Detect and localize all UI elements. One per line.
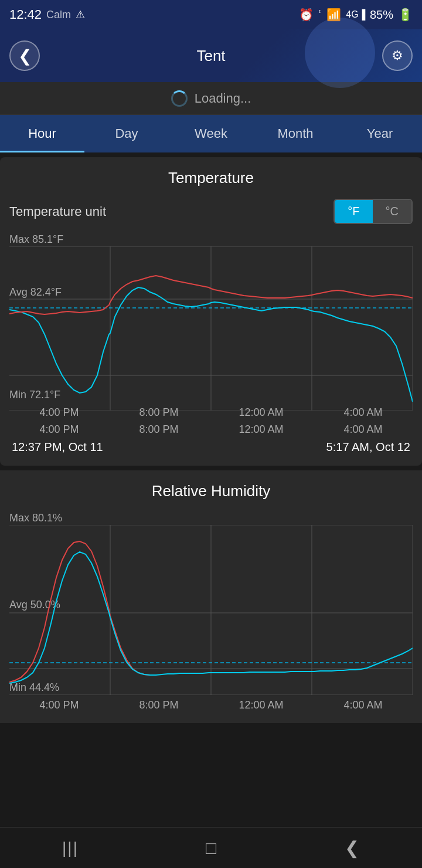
unit-toggle: °F °C (333, 199, 413, 224)
temp-time-1: 4:00 PM (39, 423, 79, 436)
tab-year[interactable]: Year (338, 115, 422, 152)
loading-spinner (171, 90, 188, 107)
temp-date-start: 12:37 PM, Oct 11 (12, 440, 103, 454)
status-time: 12:42 Calm ⚠ (9, 7, 85, 22)
alert-icon: ⚠ (76, 8, 85, 21)
hum-time-3: 12:00 AM (239, 699, 283, 711)
battery-icon: 🔋 (398, 8, 413, 22)
time-label-4: 4:00 AM (343, 406, 382, 419)
humidity-title: Relative Humidity (9, 482, 413, 500)
calm-icon: Calm (46, 9, 71, 21)
time-display: 12:42 (9, 7, 42, 22)
temp-time-row: 4:00 PM 8:00 PM 12:00 AM 4:00 AM (9, 423, 413, 436)
fahrenheit-button[interactable]: °F (335, 200, 372, 223)
settings-button[interactable]: ⚙ (382, 40, 413, 71)
celsius-button[interactable]: °C (373, 200, 411, 223)
nav-bar: ||| □ ❮ (0, 827, 422, 868)
battery-display: 85% (370, 8, 393, 22)
hum-time-4: 4:00 AM (343, 699, 382, 711)
temperature-chart-wrapper: Max 85.1°F Avg 82.4°F Min 72.1°F 4:00 PM (9, 233, 413, 421)
time-label-1: 4:00 PM (39, 406, 79, 419)
loading-text: Loading... (195, 91, 251, 106)
humidity-chart-svg (9, 525, 413, 695)
home-icon: □ (206, 838, 216, 858)
loading-bar: Loading... (0, 82, 422, 115)
home-button[interactable]: □ (188, 833, 234, 863)
temp-time-3: 12:00 AM (239, 423, 283, 436)
tab-week[interactable]: Week (169, 115, 253, 152)
tab-month[interactable]: Month (253, 115, 338, 152)
status-bar: 12:42 Calm ⚠ ⏰ ʿ︎ 📶 4G▐ 85% 🔋 (0, 0, 422, 29)
signal-bars-icon: 4G▐ (346, 9, 365, 20)
time-label-3: 12:00 AM (239, 406, 283, 419)
unit-row: Temperature unit °F °C (9, 199, 413, 224)
back-button[interactable]: ❮ (9, 40, 40, 71)
temp-time-2: 8:00 PM (139, 423, 178, 436)
temperature-date-row: 12:37 PM, Oct 11 5:17 AM, Oct 12 (9, 440, 413, 454)
temperature-time-labels: 4:00 PM 8:00 PM 12:00 AM 4:00 AM (9, 404, 413, 421)
header: ❮ Tent ⚙ (0, 29, 422, 82)
gear-icon: ⚙ (392, 48, 403, 63)
temp-max-label: Max 85.1°F (9, 233, 63, 246)
nav-back-icon: ❮ (345, 838, 359, 858)
wifi-icon: 📶 (326, 8, 341, 22)
status-icons: ⏰ ʿ︎ 📶 4G▐ 85% 🔋 (299, 8, 413, 22)
recents-icon: ||| (62, 839, 79, 857)
humidity-max-label: Max 80.1% (9, 512, 62, 524)
bluetooth-icon: ʿ︎ (318, 8, 322, 21)
time-tabs: Hour Day Week Month Year (0, 115, 422, 152)
unit-label: Temperature unit (9, 204, 106, 219)
hum-time-2: 8:00 PM (139, 699, 178, 711)
humidity-chart-wrapper: Max 80.1% Avg 50.0% Min 44.4% 4:00 PM 8:… (9, 512, 413, 711)
temperature-section: Temperature Temperature unit °F °C Max 8… (0, 157, 422, 466)
temp-time-4: 4:00 AM (343, 423, 382, 436)
time-label-2: 8:00 PM (139, 406, 178, 419)
alarm-icon: ⏰ (299, 8, 314, 22)
tab-hour[interactable]: Hour (0, 115, 84, 152)
temp-date-end: 5:17 AM, Oct 12 (326, 440, 410, 454)
nav-back-button[interactable]: ❮ (328, 833, 375, 863)
humidity-time-labels: 4:00 PM 8:00 PM 12:00 AM 4:00 AM (9, 699, 413, 711)
page-title: Tent (40, 47, 382, 65)
recents-button[interactable]: ||| (47, 833, 94, 863)
hum-time-1: 4:00 PM (39, 699, 79, 711)
back-icon: ❮ (18, 46, 32, 66)
temperature-chart-svg (9, 246, 413, 411)
temperature-title: Temperature (9, 169, 413, 187)
humidity-section: Relative Humidity Max 80.1% Avg 50.0% Mi… (0, 470, 422, 723)
tab-day[interactable]: Day (84, 115, 169, 152)
